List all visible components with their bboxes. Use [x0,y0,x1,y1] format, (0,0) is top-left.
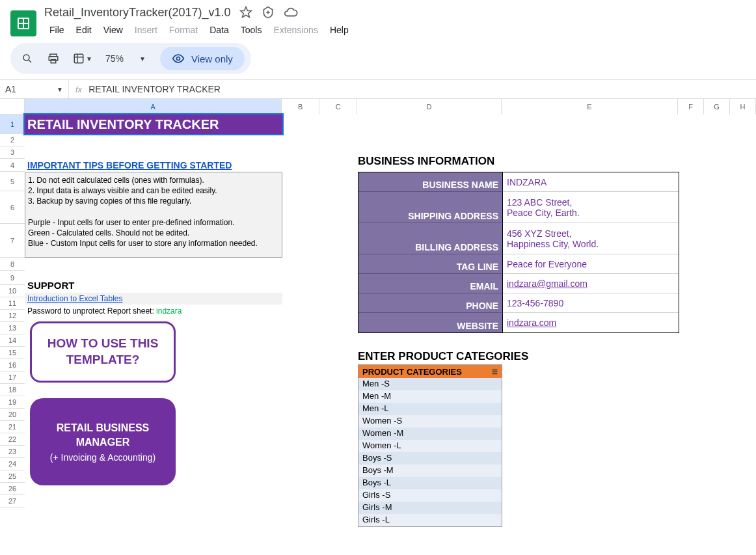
category-cell[interactable]: Men -S [358,378,502,390]
biz-value[interactable]: indzara@gmail.com [503,274,679,293]
category-cell[interactable]: Boys -S [358,452,502,465]
row-header-14[interactable]: 14 [0,334,25,347]
category-cell[interactable]: Women -S [358,415,502,427]
category-cell[interactable]: Women -L [358,440,502,452]
row-header-24[interactable]: 24 [0,458,25,470]
zoom-select[interactable]: 75% ▼ [101,51,150,66]
menu-format: Format [164,22,203,38]
category-cell[interactable]: Boys -M [358,465,502,477]
biz-label: EMAIL [358,274,503,293]
biz-row: SHIPPING ADDRESS123 ABC Street,Peace Cit… [358,192,679,223]
row-header-10[interactable]: 10 [0,285,25,297]
row-header-8[interactable]: 8 [0,258,25,271]
star-icon[interactable] [239,6,252,19]
biz-label: BUSINESS NAME [358,172,503,192]
svg-rect-11 [74,54,83,63]
password-label: Password to unprotect Report sheet: [27,306,156,316]
categories-col-header[interactable]: PRODUCT CATEGORIES☰ [358,365,502,378]
menu-file[interactable]: File [44,22,70,38]
row-header-19[interactable]: 19 [0,396,25,409]
svg-marker-3 [241,7,252,18]
category-cell[interactable]: Girls -L [358,514,502,526]
col-header-F[interactable]: F [678,99,704,115]
menu-edit[interactable]: Edit [71,22,97,38]
search-icon[interactable] [17,48,38,69]
row-header-18[interactable]: 18 [0,384,25,396]
row-header-26[interactable]: 26 [0,483,25,495]
row-header-6[interactable]: 6 [0,191,25,224]
row-header-25[interactable]: 25 [0,470,25,483]
category-cell[interactable]: Boys -L [358,477,502,489]
name-box[interactable]: A1 ▼ [0,80,69,98]
row-header-20[interactable]: 20 [0,409,25,421]
retail-title: RETAIL BUSINESS MANAGER [30,421,176,450]
category-cell[interactable]: Girls -S [358,489,502,502]
col-header-E[interactable]: E [502,99,679,115]
view-only-label: View only [191,53,233,64]
print-icon[interactable] [43,48,64,69]
row-header-1[interactable]: 1 [0,115,25,134]
title-cell[interactable]: RETAIL INVENTORY TRACKER [25,115,282,134]
category-cell[interactable]: Girls -M [358,502,502,514]
retail-manager-button[interactable]: RETAIL BUSINESS MANAGER (+ Invoicing & A… [30,398,176,485]
filter-icon[interactable]: ☰ [492,368,498,375]
cloud-icon[interactable] [284,5,298,20]
view-only-button[interactable]: View only [160,47,245,70]
support-link[interactable]: Introduction to Excel Tables [25,293,282,305]
content-layer: RETAIL INVENTORY TRACKER IMPORTANT TIPS … [25,115,756,539]
row-header-15[interactable]: 15 [0,347,25,359]
row-header-13[interactable]: 13 [0,322,25,334]
row-header-11[interactable]: 11 [0,297,25,310]
row-header-7[interactable]: 7 [0,224,25,258]
menu-data[interactable]: Data [204,22,234,38]
row-header-16[interactable]: 16 [0,359,25,372]
add-shortcut-icon[interactable] [262,6,275,19]
howto-button[interactable]: HOW TO USE THIS TEMPLATE? [30,321,176,383]
row-header-3[interactable]: 3 [0,146,25,159]
row-header-22[interactable]: 22 [0,433,25,446]
row-header-17[interactable]: 17 [0,372,25,384]
tips-header-link[interactable]: IMPORTANT TIPS BEFORE GETTING STARTED [25,159,282,172]
sheets-logo[interactable] [10,10,36,36]
col-header-A[interactable]: A [25,99,282,115]
biz-value[interactable]: 456 XYZ Street,Happiness City, World. [503,223,679,254]
menu-help[interactable]: Help [325,22,354,38]
spreadsheet-grid[interactable]: ABCDEFGH 1234567891011121314151617181920… [0,99,756,539]
filter-views-icon[interactable]: ▼ [69,48,96,69]
tips-box: 1. Do not edit calculated cells (ones wi… [25,172,282,258]
category-cell[interactable]: Women -M [358,427,502,440]
col-header-C[interactable]: C [319,99,357,115]
support-header: SUPPORT [25,278,77,292]
col-header-B[interactable]: B [282,99,319,115]
eye-icon [172,52,185,65]
col-header-D[interactable]: D [357,99,502,115]
select-all-corner[interactable] [0,99,25,115]
col-header-G[interactable]: G [704,99,730,115]
row-header-5[interactable]: 5 [0,172,25,191]
row-header-27[interactable]: 27 [0,495,25,508]
row-header-12[interactable]: 12 [0,310,25,322]
menu-view[interactable]: View [98,22,128,38]
biz-value[interactable]: Peace for Everyone [503,254,679,274]
row-header-2[interactable]: 2 [0,134,25,146]
row-headers: 1234567891011121314151617181920212223242… [0,115,25,508]
biz-row: EMAILindzara@gmail.com [358,274,679,293]
formula-input[interactable]: RETAIL INVENTORY TRACKER [88,84,756,94]
row-header-4[interactable]: 4 [0,159,25,172]
row-header-21[interactable]: 21 [0,421,25,433]
doc-title[interactable]: Retail_InventoryTracker(2017)_v1.0 [44,6,230,20]
category-cell[interactable]: Men -M [358,390,502,403]
menu-tools[interactable]: Tools [236,22,267,38]
biz-value[interactable]: INDZARA [503,172,679,192]
biz-value[interactable]: 123 ABC Street,Peace City, Earth. [503,192,679,223]
retail-subtitle: (+ Invoicing & Accounting) [50,452,155,463]
row-header-9[interactable]: 9 [0,271,25,285]
biz-value[interactable]: 123-456-7890 [503,293,679,313]
biz-value[interactable]: indzara.com [503,313,679,332]
category-cell[interactable]: Men -L [358,403,502,415]
svg-line-7 [29,60,31,62]
biz-label: BILLING ADDRESS [358,223,503,254]
business-info-table: BUSINESS NAMEINDZARASHIPPING ADDRESS123 … [358,172,679,333]
row-header-23[interactable]: 23 [0,446,25,458]
col-header-H[interactable]: H [730,99,756,115]
